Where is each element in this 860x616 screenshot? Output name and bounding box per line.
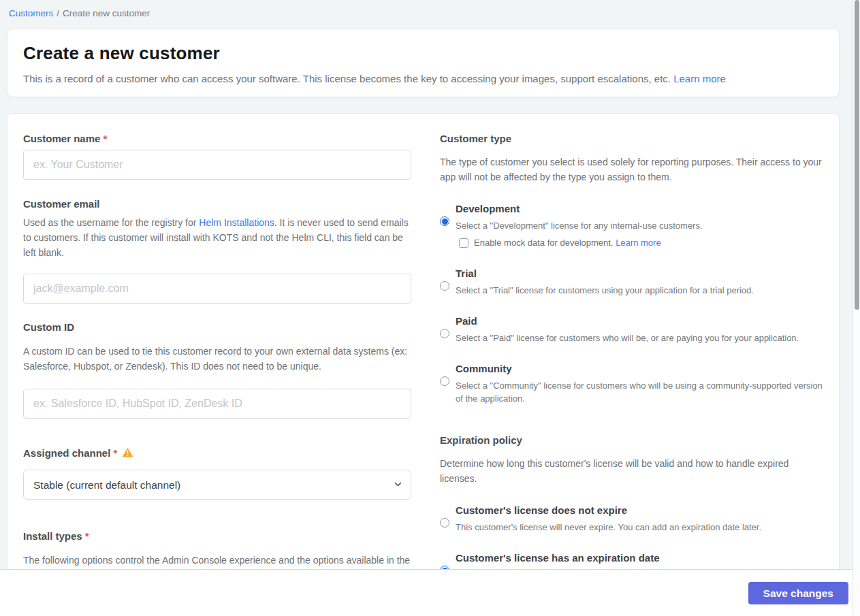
save-changes-button[interactable]: Save changes — [748, 582, 848, 604]
trial-option-title: Trial — [456, 267, 825, 280]
trial-radio[interactable] — [440, 281, 449, 291]
customer-type-description: The type of customer you select is used … — [440, 155, 825, 184]
customer-email-label: Customer email — [23, 197, 411, 211]
page-title: Create a new customer — [23, 42, 823, 65]
paid-option-desc: Select a "Paid" license for customers wh… — [456, 331, 825, 344]
has-expiration-option-title: Customer's license has an expiration dat… — [456, 551, 825, 565]
breadcrumb-customers-link[interactable]: Customers — [9, 8, 53, 18]
custom-id-input[interactable] — [23, 389, 411, 419]
customer-form-card: Customer name* Customer email Used as th… — [7, 113, 840, 571]
no-expire-radio[interactable] — [440, 518, 449, 528]
trial-option-desc: Select a "Trial" license for customers u… — [456, 284, 825, 297]
header-learn-more-link[interactable]: Learn more — [673, 73, 726, 84]
required-asterisk: * — [85, 530, 89, 542]
community-radio[interactable] — [440, 376, 449, 386]
customer-type-option-development: Development Select a "Development" licen… — [440, 202, 825, 249]
install-types-help: The following options control the Admin … — [23, 553, 411, 571]
breadcrumb-current: Create new customer — [63, 8, 150, 18]
customer-name-input[interactable] — [23, 150, 411, 180]
customer-type-option-trial: Trial Select a "Trial" license for custo… — [440, 267, 825, 297]
install-types-label-text: Install types — [23, 530, 82, 542]
customer-type-option-paid: Paid Select a "Paid" license for custome… — [440, 314, 825, 344]
customer-name-label-text: Customer name — [23, 133, 100, 144]
customer-name-label: Customer name* — [23, 132, 411, 146]
expiration-policy-heading: Expiration policy — [440, 434, 825, 447]
development-radio[interactable] — [440, 216, 449, 226]
paid-radio[interactable] — [440, 329, 449, 338]
breadcrumb: Customers/Create new customer — [9, 8, 840, 18]
no-expire-option-desc: This customer's license will never expir… — [456, 521, 825, 534]
form-left-column: Customer name* Customer email Used as th… — [23, 132, 411, 571]
required-asterisk: * — [103, 133, 107, 144]
breadcrumb-separator: / — [57, 8, 59, 18]
required-asterisk: * — [113, 447, 117, 459]
mock-data-row: Enable mock data for development. Learn … — [459, 237, 825, 249]
community-option-title: Community — [456, 362, 825, 376]
install-types-label: Install types* — [23, 530, 411, 543]
assigned-channel-label-text: Assigned channel — [23, 447, 110, 459]
helm-installations-link[interactable]: Helm Installations — [199, 217, 274, 228]
expiration-option-has-date: Customer's license has an expiration dat… — [440, 551, 825, 571]
mock-data-label-text: Enable mock data for development. — [474, 238, 614, 248]
custom-id-help: A custom ID can be used to tie this cust… — [23, 344, 411, 374]
development-option-title: Development — [456, 202, 825, 216]
header-card: Create a new customer This is a record o… — [7, 29, 840, 97]
mock-data-checkbox[interactable] — [459, 238, 468, 248]
customer-email-input[interactable] — [23, 274, 411, 304]
mock-data-learn-more-link[interactable]: Learn more — [616, 238, 660, 248]
customer-type-heading: Customer type — [440, 132, 825, 146]
action-footer: Save changes — [0, 569, 860, 616]
email-help-before: Used as the username for the registry fo… — [23, 217, 199, 228]
expiration-policy-options: Customer's license does not expire This … — [440, 504, 825, 571]
development-option-desc: Select a "Development" license for any i… — [456, 219, 825, 232]
scrollbar-thumb[interactable] — [855, 0, 860, 310]
customer-email-help: Used as the username for the registry fo… — [23, 215, 411, 260]
customer-type-option-community: Community Select a "Community" license f… — [440, 362, 825, 405]
community-option-desc: Select a "Community" license for custome… — [456, 379, 825, 405]
expiration-option-no-expire: Customer's license does not expire This … — [440, 504, 825, 534]
warning-icon — [122, 447, 133, 457]
expiration-policy-description: Determine how long this customer's licen… — [440, 456, 825, 486]
assigned-channel-label: Assigned channel* — [23, 447, 411, 460]
page: Customers/Create new customer Create a n… — [0, 0, 860, 616]
header-description-text: This is a record of a customer who can a… — [23, 73, 671, 84]
paid-option-title: Paid — [456, 314, 825, 328]
page-scrollbar[interactable] — [853, 0, 860, 616]
assigned-channel-select[interactable]: Stable (current default channel) — [23, 470, 411, 500]
header-description: This is a record of a customer who can a… — [23, 71, 823, 86]
customer-type-options: Development Select a "Development" licen… — [440, 202, 825, 405]
form-right-column: Customer type The type of customer you s… — [440, 132, 825, 571]
mock-data-label: Enable mock data for development. Learn … — [474, 237, 661, 249]
custom-id-label: Custom ID — [23, 321, 411, 334]
no-expire-option-title: Customer's license does not expire — [456, 504, 825, 517]
